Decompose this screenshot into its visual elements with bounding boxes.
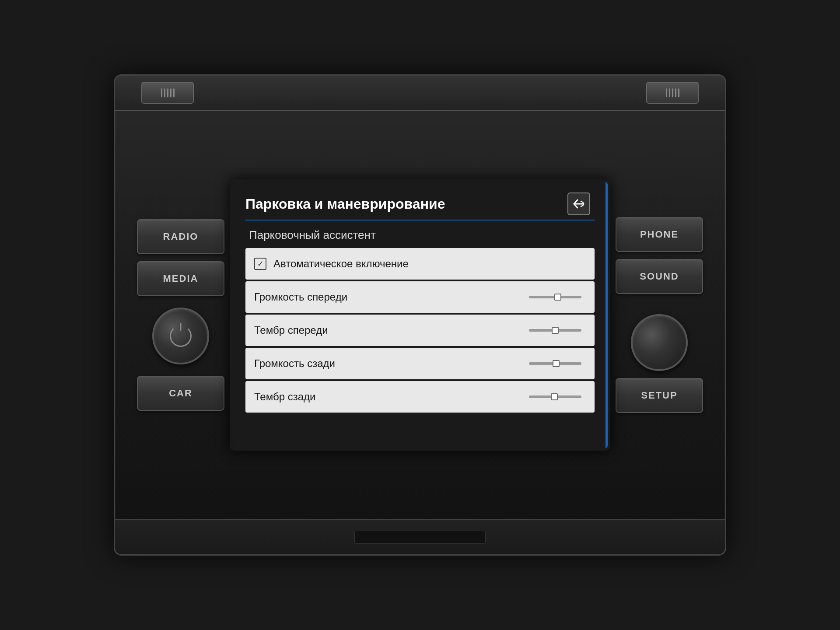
car-button[interactable]: CAR <box>137 376 224 411</box>
volume-rear-label: Громкость сзади <box>254 357 529 370</box>
slider-thumb-tone-rear <box>551 393 558 400</box>
tone-rear-label: Тембр сзади <box>254 391 529 403</box>
auto-enable-label: Автоматическое включение <box>273 258 586 270</box>
screen-content: Парковка и маневрирование Парковочный ас… <box>232 182 608 448</box>
setup-button[interactable]: SETUP <box>616 378 703 413</box>
bottom-bar <box>115 519 725 554</box>
media-button[interactable]: MEDIA <box>137 261 224 296</box>
phone-button[interactable]: PHONE <box>616 217 703 252</box>
sound-button[interactable]: SOUND <box>616 259 703 294</box>
volume-front-label: Громкость спереди <box>254 291 529 303</box>
power-knob[interactable] <box>152 308 209 364</box>
top-left-knob[interactable] <box>141 82 194 104</box>
slider-track-tone-front <box>529 329 581 332</box>
tone-rear-slider[interactable] <box>529 396 586 398</box>
top-right-knob[interactable] <box>646 82 699 104</box>
back-button[interactable] <box>567 192 590 215</box>
left-buttons: RADIO MEDIA CAR <box>133 219 229 411</box>
menu-list: ✓ Автоматическое включение Громкость спе… <box>245 248 595 413</box>
head-unit: RADIO MEDIA CAR Парковка и маневрировани… <box>114 74 726 556</box>
main-area: RADIO MEDIA CAR Парковка и маневрировани… <box>115 111 725 519</box>
menu-item-tone-front[interactable]: Тембр спереди <box>245 315 595 346</box>
back-arrow-icon <box>573 199 584 209</box>
slider-track-volume-front <box>529 296 581 298</box>
section-title: Парковочный ассистент <box>245 228 595 242</box>
slider-thumb-tone-front <box>552 327 559 334</box>
top-bar <box>115 76 725 111</box>
volume-front-slider[interactable] <box>529 296 586 298</box>
tone-front-label: Тембр спереди <box>254 324 529 336</box>
menu-item-volume-rear[interactable]: Громкость сзади <box>245 348 595 379</box>
check-mark: ✓ <box>257 259 264 269</box>
volume-rear-slider[interactable] <box>529 362 586 365</box>
screen-title: Парковка и маневрирование <box>245 196 445 212</box>
slider-track-volume-rear <box>529 362 581 365</box>
menu-item-tone-rear[interactable]: Тембр сзади <box>245 381 595 413</box>
screen-header: Парковка и маневрирование <box>245 192 595 220</box>
cd-slot <box>354 531 486 544</box>
right-buttons: PHONE SOUND SETUP <box>611 217 707 413</box>
radio-button[interactable]: RADIO <box>137 219 224 254</box>
slider-thumb-volume-front <box>554 294 561 301</box>
slider-track-tone-rear <box>529 396 581 398</box>
power-icon <box>170 325 192 347</box>
slider-thumb-volume-rear <box>553 360 560 367</box>
menu-item-volume-front[interactable]: Громкость спереди <box>245 281 595 313</box>
volume-knob[interactable] <box>631 314 688 371</box>
menu-item-auto-enable[interactable]: ✓ Автоматическое включение <box>245 248 595 280</box>
infotainment-screen: Парковка и маневрирование Парковочный ас… <box>230 179 610 451</box>
tone-front-slider[interactable] <box>529 329 586 332</box>
checkbox-auto-enable[interactable]: ✓ <box>254 258 266 270</box>
